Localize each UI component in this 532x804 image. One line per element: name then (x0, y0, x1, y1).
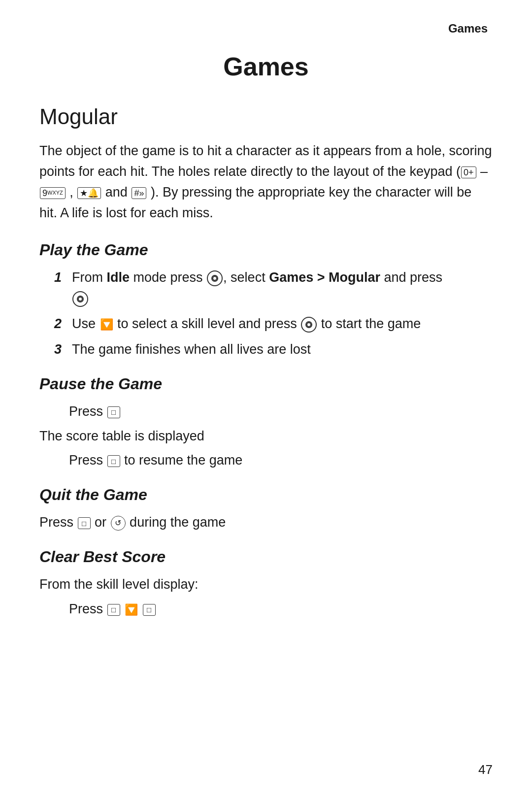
pause-section: Pause the Game Press □ The score table i… (39, 372, 493, 471)
ok-key-icon (207, 270, 223, 286)
quit-title: Quit the Game (39, 483, 493, 506)
ok-key-icon-2 (72, 291, 88, 307)
play-item-2: 2 Use 🔽 to select a skill level and pres… (54, 314, 493, 335)
pause-key-icon: □ (107, 406, 120, 418)
nav-key-icon: 🔽 (100, 316, 113, 333)
key-hash-icon: #» (132, 187, 146, 199)
quit-text-line: Press □ or ↺ during the game (39, 512, 493, 533)
clear-title: Clear Best Score (39, 545, 493, 569)
play-item-1: 1 From Idle mode press , select Games > … (54, 268, 493, 309)
pause-result-text: The score table is displayed (39, 426, 493, 447)
pause-press-line: Press □ (69, 402, 493, 422)
page-number: 47 (478, 760, 493, 779)
clear-key1-icon: □ (107, 604, 120, 616)
key-star-icon: ★🔔 (77, 187, 101, 199)
quit-section: Quit the Game Press □ or ↺ during the ga… (39, 483, 493, 533)
play-item-3: 3 The game finishes when all lives are l… (54, 339, 493, 360)
clear-key2-icon: □ (143, 604, 156, 616)
key-9wxyz-icon: 9WXYZ (40, 187, 66, 199)
key-0plus-icon: 0+ (461, 167, 476, 178)
quit-key1-icon: □ (78, 517, 91, 529)
play-section: Play the Game 1 From Idle mode press , s… (39, 238, 493, 360)
ok-key-icon-3 (301, 317, 317, 333)
pause-title: Pause the Game (39, 372, 493, 396)
section-title: Mogular (39, 100, 493, 133)
clear-section: Clear Best Score From the skill level di… (39, 545, 493, 620)
play-list: 1 From Idle mode press , select Games > … (54, 268, 493, 360)
clear-nav-icon: 🔽 (125, 602, 138, 618)
clear-from-text: From the skill level display: (39, 574, 493, 595)
pause-resume-line: Press □ to resume the game (69, 450, 493, 471)
breadcrumb-label: Games (448, 22, 488, 35)
clear-press-line: Press □ 🔽 □ (69, 599, 493, 620)
resume-key-icon: □ (107, 455, 120, 467)
intro-paragraph: The object of the game is to hit a chara… (39, 141, 493, 223)
header-breadcrumb: Games (39, 20, 493, 37)
quit-key2-icon: ↺ (111, 516, 126, 531)
page-title: Games (39, 47, 493, 86)
play-title: Play the Game (39, 238, 493, 262)
